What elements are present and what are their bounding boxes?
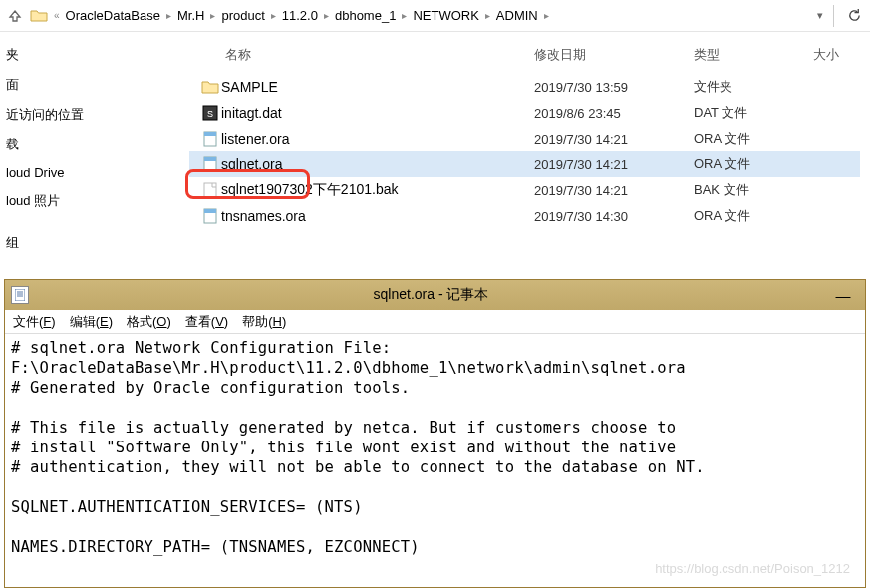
svg-rect-3 — [204, 132, 216, 136]
svg-text:S: S — [207, 109, 213, 119]
menu-edit[interactable]: 编辑(E) — [70, 313, 113, 331]
file-name: tnsnames.ora — [221, 208, 534, 224]
notepad-content[interactable]: # sqlnet.ora Network Configuration File:… — [5, 334, 865, 561]
notepad-window: sqlnet.ora - 记事本 — 文件(F) 编辑(E) 格式(O) 查看(… — [4, 279, 866, 588]
column-headers: 名称 修改日期 类型 大小 — [189, 40, 860, 74]
col-date[interactable]: 修改日期 — [534, 46, 694, 64]
menu-format[interactable]: 格式(O) — [127, 313, 171, 331]
file-type: ORA 文件 — [694, 130, 813, 147]
file-name: SAMPLE — [221, 79, 534, 95]
address-bar: « OracleDataBase ▸ Mr.H ▸ product ▸ 11.2… — [0, 0, 870, 32]
crumb-item[interactable]: NETWORK — [411, 6, 480, 25]
nav-up-button[interactable] — [6, 7, 24, 25]
file-list: 名称 修改日期 类型 大小 SAMPLE2019/7/30 13:59文件夹Si… — [120, 32, 870, 279]
sidebar-item[interactable]: loud 照片 — [6, 186, 120, 216]
file-icon — [199, 208, 221, 224]
minimize-button[interactable]: — — [827, 287, 859, 304]
file-type: ORA 文件 — [694, 155, 813, 173]
crumb-item[interactable]: Mr.H — [175, 6, 206, 25]
sidebar-item[interactable]: 近访问的位置 — [6, 100, 120, 130]
file-name: listener.ora — [221, 131, 534, 147]
sidebar-item[interactable]: 载 — [6, 130, 120, 159]
notepad-icon — [11, 286, 29, 304]
chevron-down-icon[interactable]: ▾ — [817, 9, 823, 22]
chevron-left-icon: « — [54, 10, 60, 21]
file-type: 文件夹 — [694, 78, 813, 96]
file-type: BAK 文件 — [694, 181, 813, 199]
sidebar-item[interactable]: loud Drive — [6, 159, 120, 186]
separator — [833, 5, 834, 27]
col-type[interactable]: 类型 — [694, 46, 813, 64]
file-date: 2019/7/30 14:21 — [534, 132, 694, 147]
chevron-right-icon: ▸ — [210, 10, 215, 21]
explorer-body: 夹 面 近访问的位置 载 loud Drive loud 照片 组 名称 修改日… — [0, 32, 870, 279]
chevron-right-icon: ▸ — [324, 10, 329, 21]
sidebar-item[interactable]: 面 — [6, 70, 120, 100]
col-size[interactable]: 大小 — [813, 46, 839, 64]
file-date: 2019/7/30 13:59 — [534, 80, 694, 95]
file-row[interactable]: Sinitagt.dat2019/8/6 23:45DAT 文件 — [189, 100, 860, 126]
chevron-right-icon: ▸ — [166, 10, 171, 21]
crumb-item[interactable]: OracleDataBase — [64, 6, 162, 25]
file-date: 2019/7/30 14:21 — [534, 183, 694, 198]
file-date: 2019/7/30 14:21 — [534, 157, 694, 172]
sidebar-item[interactable]: 组 — [6, 228, 120, 258]
svg-rect-8 — [204, 209, 216, 213]
notepad-menu: 文件(F) 编辑(E) 格式(O) 查看(V) 帮助(H) — [5, 310, 865, 334]
file-icon — [199, 79, 221, 95]
file-date: 2019/7/30 14:30 — [534, 209, 694, 224]
menu-view[interactable]: 查看(V) — [185, 313, 228, 331]
notepad-titlebar[interactable]: sqlnet.ora - 记事本 — — [5, 280, 865, 310]
notepad-title-text: sqlnet.ora - 记事本 — [35, 286, 827, 304]
chevron-right-icon: ▸ — [485, 10, 490, 21]
chevron-right-icon: ▸ — [271, 10, 276, 21]
file-row[interactable]: tnsnames.ora2019/7/30 14:30ORA 文件 — [189, 203, 860, 229]
svg-rect-5 — [204, 157, 216, 161]
refresh-button[interactable] — [844, 6, 864, 26]
chevron-right-icon: ▸ — [402, 10, 407, 21]
file-icon — [199, 131, 221, 147]
crumb-item[interactable]: ADMIN — [494, 6, 540, 25]
svg-rect-9 — [15, 289, 25, 301]
file-icon: S — [199, 105, 221, 121]
folder-icon — [30, 7, 48, 25]
crumb-item[interactable]: 11.2.0 — [280, 6, 320, 25]
chevron-right-icon: ▸ — [544, 10, 549, 21]
highlight-annotation — [185, 169, 310, 199]
file-name: initagt.dat — [221, 105, 534, 121]
sidebar: 夹 面 近访问的位置 载 loud Drive loud 照片 组 — [0, 32, 120, 279]
menu-file[interactable]: 文件(F) — [13, 313, 56, 331]
file-date: 2019/8/6 23:45 — [534, 106, 694, 121]
crumb-item[interactable]: dbhome_1 — [333, 6, 398, 25]
breadcrumb[interactable]: « OracleDataBase ▸ Mr.H ▸ product ▸ 11.2… — [54, 6, 811, 25]
file-type: ORA 文件 — [694, 207, 813, 225]
watermark: https://blog.csdn.net/Poison_1212 — [655, 561, 850, 576]
file-row[interactable]: listener.ora2019/7/30 14:21ORA 文件 — [189, 126, 860, 151]
sidebar-item[interactable]: 夹 — [6, 40, 120, 70]
file-row[interactable]: SAMPLE2019/7/30 13:59文件夹 — [189, 74, 860, 100]
file-type: DAT 文件 — [694, 104, 813, 122]
col-name[interactable]: 名称 — [225, 46, 534, 64]
crumb-item[interactable]: product — [219, 6, 266, 25]
menu-help[interactable]: 帮助(H) — [242, 313, 286, 331]
